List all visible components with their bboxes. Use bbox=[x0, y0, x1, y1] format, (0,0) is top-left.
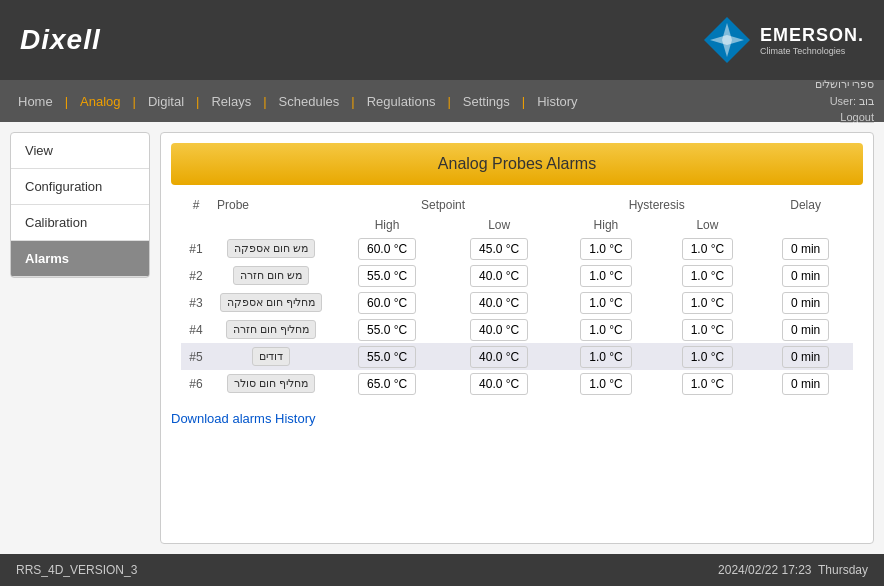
cell-hys-high-1[interactable]: 1.0 °C bbox=[555, 262, 656, 289]
cell-hys-low-3[interactable]: 1.0 °C bbox=[657, 316, 758, 343]
cell-sp-low-1[interactable]: 40.0 °C bbox=[443, 262, 555, 289]
nav-sep-4: | bbox=[263, 94, 266, 109]
cell-sp-high-1[interactable]: 55.0 °C bbox=[331, 262, 443, 289]
header: Dixell EMERSON. Climate Technologies bbox=[0, 0, 884, 80]
emerson-subtitle: Climate Technologies bbox=[760, 46, 845, 56]
sidebar-item-alarms[interactable]: Alarms bbox=[11, 241, 149, 277]
nav-regulations[interactable]: Regulations bbox=[359, 90, 444, 113]
cell-sp-high-5[interactable]: 65.0 °C bbox=[331, 370, 443, 397]
nav-sep-5: | bbox=[351, 94, 354, 109]
cell-delay-3[interactable]: 0 min bbox=[758, 316, 853, 343]
th-empty-probe bbox=[211, 215, 331, 235]
nav-schedules[interactable]: Schedules bbox=[271, 90, 348, 113]
user-label: User: bbox=[830, 95, 856, 107]
th-hys-high: High bbox=[555, 215, 656, 235]
cell-hys-high-2[interactable]: 1.0 °C bbox=[555, 289, 656, 316]
sidebar-item-calibration[interactable]: Calibration bbox=[11, 205, 149, 241]
cell-num-4: #5 bbox=[181, 343, 211, 370]
footer: RRS_4D_VERSION_3 2024/02/22 17:23 Thursd… bbox=[0, 554, 884, 586]
table-row: #4 מחליף חום חזרה 55.0 °C 40.0 °C 1.0 °C… bbox=[181, 316, 853, 343]
probe-badge-3: מחליף חום חזרה bbox=[226, 320, 316, 339]
cell-hys-high-0[interactable]: 1.0 °C bbox=[555, 235, 656, 262]
th-hys-low: Low bbox=[657, 215, 758, 235]
th-delay: Delay bbox=[758, 195, 853, 215]
th-hysteresis-group: Hysteresis bbox=[555, 195, 758, 215]
th-setpoint-group: Setpoint bbox=[331, 195, 555, 215]
cell-num-2: #3 bbox=[181, 289, 211, 316]
table-row: #5 דודים 55.0 °C 40.0 °C 1.0 °C 1.0 °C 0… bbox=[181, 343, 853, 370]
cell-num-3: #4 bbox=[181, 316, 211, 343]
cell-hys-low-4[interactable]: 1.0 °C bbox=[657, 343, 758, 370]
cell-delay-2[interactable]: 0 min bbox=[758, 289, 853, 316]
cell-sp-low-0[interactable]: 45.0 °C bbox=[443, 235, 555, 262]
username: בוב bbox=[859, 95, 874, 107]
probe-badge-2: מחליף חום אספקה bbox=[220, 293, 322, 312]
datetime-label: 2024/02/22 17:23 Thursday bbox=[718, 563, 868, 577]
probe-badge-4: דודים bbox=[252, 347, 290, 366]
cell-probe-0: מש חום אספקה bbox=[211, 235, 331, 262]
cell-hys-high-4[interactable]: 1.0 °C bbox=[555, 343, 656, 370]
nav-sep-1: | bbox=[65, 94, 68, 109]
cell-probe-5: מחליף חום סולר bbox=[211, 370, 331, 397]
cell-sp-low-2[interactable]: 40.0 °C bbox=[443, 289, 555, 316]
cell-hys-high-5[interactable]: 1.0 °C bbox=[555, 370, 656, 397]
cell-sp-low-5[interactable]: 40.0 °C bbox=[443, 370, 555, 397]
emerson-icon bbox=[702, 15, 752, 65]
table-body: #1 מש חום אספקה 60.0 °C 45.0 °C 1.0 °C 1… bbox=[181, 235, 853, 397]
sidebar-item-configuration[interactable]: Configuration bbox=[11, 169, 149, 205]
cell-sp-high-0[interactable]: 60.0 °C bbox=[331, 235, 443, 262]
emerson-text: EMERSON. Climate Technologies bbox=[760, 25, 864, 56]
alarms-table: # Probe Setpoint Hysteresis Delay High L… bbox=[181, 195, 853, 397]
cell-hys-high-3[interactable]: 1.0 °C bbox=[555, 316, 656, 343]
nav-relays[interactable]: Relays bbox=[203, 90, 259, 113]
nav-digital[interactable]: Digital bbox=[140, 90, 192, 113]
sidebar: View Configuration Calibration Alarms bbox=[10, 132, 150, 278]
emerson-logo: EMERSON. Climate Technologies bbox=[702, 15, 864, 65]
th-probe: Probe bbox=[211, 195, 331, 215]
table-row: #1 מש חום אספקה 60.0 °C 45.0 °C 1.0 °C 1… bbox=[181, 235, 853, 262]
version-label: RRS_4D_VERSION_3 bbox=[16, 563, 137, 577]
content-title: Analog Probes Alarms bbox=[171, 143, 863, 185]
th-sp-low: Low bbox=[443, 215, 555, 235]
dixell-logo: Dixell bbox=[20, 24, 101, 56]
cell-hys-low-2[interactable]: 1.0 °C bbox=[657, 289, 758, 316]
cell-probe-4: דודים bbox=[211, 343, 331, 370]
nav-settings[interactable]: Settings bbox=[455, 90, 518, 113]
user-info: ספרי ירושלים User: בוב Logout bbox=[815, 76, 874, 126]
probe-badge-5: מחליף חום סולר bbox=[227, 374, 315, 393]
cell-probe-3: מחליף חום חזרה bbox=[211, 316, 331, 343]
cell-delay-4[interactable]: 0 min bbox=[758, 343, 853, 370]
nav-sep-6: | bbox=[447, 94, 450, 109]
logout-link[interactable]: Logout bbox=[840, 111, 874, 123]
th-num: # bbox=[181, 195, 211, 215]
emerson-brand-name: EMERSON. bbox=[760, 25, 864, 46]
cell-sp-high-3[interactable]: 55.0 °C bbox=[331, 316, 443, 343]
cell-delay-5[interactable]: 0 min bbox=[758, 370, 853, 397]
probe-badge-1: מש חום חזרה bbox=[233, 266, 309, 285]
content-panel: Analog Probes Alarms # Probe Setpoint Hy… bbox=[160, 132, 874, 544]
table-row: #6 מחליף חום סולר 65.0 °C 40.0 °C 1.0 °C… bbox=[181, 370, 853, 397]
th-sp-high: High bbox=[331, 215, 443, 235]
cell-delay-0[interactable]: 0 min bbox=[758, 235, 853, 262]
main-content: View Configuration Calibration Alarms An… bbox=[0, 122, 884, 554]
cell-hys-low-5[interactable]: 1.0 °C bbox=[657, 370, 758, 397]
cell-hys-low-1[interactable]: 1.0 °C bbox=[657, 262, 758, 289]
nav-history[interactable]: History bbox=[529, 90, 585, 113]
nav-links: Home | Analog | Digital | Relays | Sched… bbox=[10, 90, 586, 113]
cell-num-5: #6 bbox=[181, 370, 211, 397]
cell-num-1: #2 bbox=[181, 262, 211, 289]
cell-sp-low-3[interactable]: 40.0 °C bbox=[443, 316, 555, 343]
cell-sp-high-4[interactable]: 55.0 °C bbox=[331, 343, 443, 370]
sidebar-item-view[interactable]: View bbox=[11, 133, 149, 169]
nav-home[interactable]: Home bbox=[10, 90, 61, 113]
cell-delay-1[interactable]: 0 min bbox=[758, 262, 853, 289]
user-location: ספרי ירושלים bbox=[815, 78, 874, 90]
nav-sep-2: | bbox=[133, 94, 136, 109]
nav-analog[interactable]: Analog bbox=[72, 90, 128, 113]
cell-sp-low-4[interactable]: 40.0 °C bbox=[443, 343, 555, 370]
cell-hys-low-0[interactable]: 1.0 °C bbox=[657, 235, 758, 262]
cell-sp-high-2[interactable]: 60.0 °C bbox=[331, 289, 443, 316]
th-empty-num bbox=[181, 215, 211, 235]
download-alarms-link[interactable]: Download alarms History bbox=[171, 411, 863, 426]
cell-probe-2: מחליף חום אספקה bbox=[211, 289, 331, 316]
